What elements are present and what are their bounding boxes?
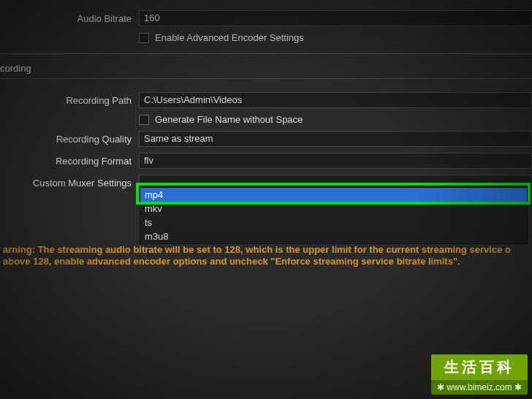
recording-quality-select[interactable]: Same as stream: [139, 131, 532, 147]
generate-filename-nospace-checkbox[interactable]: [139, 115, 149, 125]
watermark-url: ✱ www.bimeiz.com ✱: [431, 380, 528, 395]
recording-path-input[interactable]: C:\Users\Admin\Videos: [139, 92, 532, 108]
recording-format-dropdown[interactable]: mp4mkvtsm3u8: [140, 187, 528, 244]
divider: [0, 78, 532, 79]
watermark: 生活百科 ✱ www.bimeiz.com ✱: [431, 354, 528, 395]
watermark-title: 生活百科: [431, 354, 528, 380]
divider: [0, 53, 532, 54]
format-option-m3u8[interactable]: m3u8: [140, 229, 527, 243]
audio-bitrate-label: Audio Bitrate: [0, 13, 139, 24]
recording-quality-label: Recording Quality: [0, 134, 139, 145]
recording-format-select[interactable]: flv: [139, 153, 532, 169]
enable-advanced-encoder-checkbox[interactable]: [139, 33, 149, 43]
recording-path-label: Recording Path: [0, 95, 139, 106]
warning-text: arning: The streaming audio bitrate will…: [0, 244, 532, 267]
generate-filename-nospace-label: Generate File Name without Space: [155, 114, 303, 125]
enable-advanced-encoder-label: Enable Advanced Encoder Settings: [155, 32, 304, 43]
format-option-mp4[interactable]: mp4: [140, 188, 527, 202]
recording-section-title: cording: [0, 63, 532, 74]
format-option-ts[interactable]: ts: [140, 216, 527, 229]
audio-bitrate-input[interactable]: 160: [139, 10, 532, 26]
custom-muxer-label: Custom Muxer Settings: [0, 178, 139, 189]
format-option-mkv[interactable]: mkv: [140, 202, 527, 216]
recording-format-label: Recording Format: [0, 156, 139, 167]
